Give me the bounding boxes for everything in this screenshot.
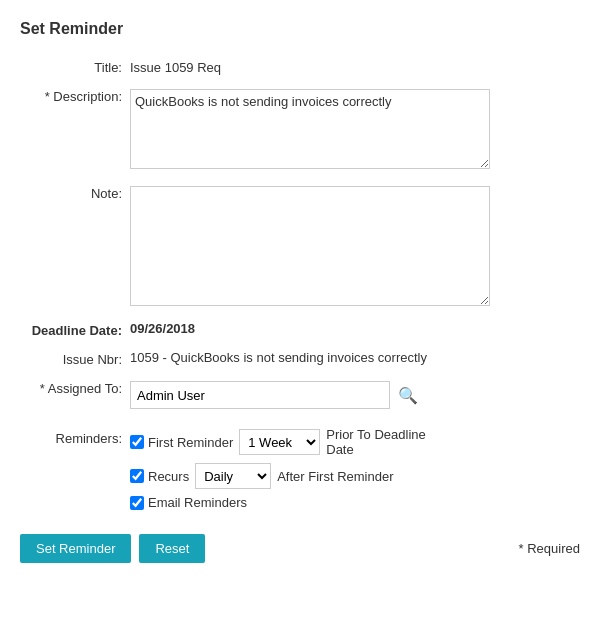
assigned-to-wrapper: 🔍	[130, 381, 580, 409]
note-label: Note:	[20, 182, 130, 201]
assigned-to-input[interactable]	[130, 381, 390, 409]
recurs-checkbox-label[interactable]: Recurs	[130, 469, 189, 484]
title-value: Issue 1059 Req	[130, 56, 580, 75]
issue-nbr-label: Issue Nbr:	[20, 348, 130, 367]
search-icon: 🔍	[398, 387, 418, 404]
reminders-block: Reminders: First Reminder 1 Day 2 Days 3…	[20, 427, 580, 516]
required-note: * Required	[519, 541, 580, 556]
assigned-to-wrapper-outer: 🔍	[130, 377, 580, 409]
title-label: Title:	[20, 56, 130, 75]
issue-nbr-value: 1059 - QuickBooks is not sending invoice…	[130, 348, 580, 365]
description-textarea[interactable]	[130, 89, 490, 169]
email-reminders-row: Email Reminders	[130, 495, 580, 510]
deadline-date-bold: 09/26/2018	[130, 321, 195, 336]
note-textarea[interactable]	[130, 186, 490, 306]
email-reminders-checkbox-label[interactable]: Email Reminders	[130, 495, 247, 510]
first-reminder-checkbox-label[interactable]: First Reminder	[130, 435, 233, 450]
title-row: Title: Issue 1059 Req	[20, 56, 580, 75]
recurs-suffix: After First Reminder	[277, 469, 393, 484]
deadline-label: Deadline Date:	[20, 319, 130, 338]
first-reminder-row: First Reminder 1 Day 2 Days 3 Days 1 Wee…	[130, 427, 580, 457]
first-reminder-suffix: Prior To DeadlineDate	[326, 427, 425, 457]
recurs-row: Recurs Daily Weekly Monthly After First …	[130, 463, 580, 489]
deadline-value: 09/26/2018	[130, 319, 580, 336]
recurs-label-text: Recurs	[148, 469, 189, 484]
description-label: * Description:	[20, 85, 130, 104]
set-reminder-button[interactable]: Set Reminder	[20, 534, 131, 563]
first-reminder-label-text: First Reminder	[148, 435, 233, 450]
email-reminders-label-text: Email Reminders	[148, 495, 247, 510]
assigned-to-row: * Assigned To: 🔍	[20, 377, 580, 409]
issue-nbr-row: Issue Nbr: 1059 - QuickBooks is not send…	[20, 348, 580, 367]
deadline-row: Deadline Date: 09/26/2018	[20, 319, 580, 338]
recurs-checkbox[interactable]	[130, 469, 144, 483]
note-field-wrapper	[130, 182, 580, 309]
bottom-buttons: Set Reminder Reset	[20, 534, 205, 563]
reset-button[interactable]: Reset	[139, 534, 205, 563]
email-reminders-checkbox[interactable]	[130, 496, 144, 510]
note-row: Note:	[20, 182, 580, 309]
first-reminder-checkbox[interactable]	[130, 435, 144, 449]
assigned-to-label: * Assigned To:	[20, 377, 130, 396]
form-section: Title: Issue 1059 Req * Description: Not…	[20, 56, 580, 516]
page-title: Set Reminder	[20, 20, 580, 38]
reminders-label: Reminders:	[20, 427, 130, 446]
search-button[interactable]: 🔍	[396, 384, 420, 407]
reminders-content: First Reminder 1 Day 2 Days 3 Days 1 Wee…	[130, 427, 580, 516]
description-field-wrapper	[130, 85, 580, 172]
bottom-bar: Set Reminder Reset * Required	[20, 534, 580, 563]
first-reminder-select[interactable]: 1 Day 2 Days 3 Days 1 Week 2 Weeks	[239, 429, 320, 455]
description-row: * Description:	[20, 85, 580, 172]
recurs-select[interactable]: Daily Weekly Monthly	[195, 463, 271, 489]
